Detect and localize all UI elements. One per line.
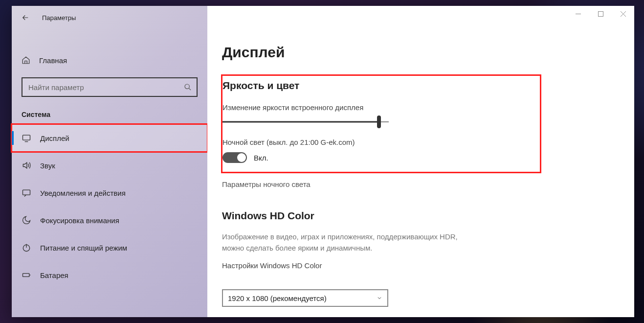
svg-point-0: [185, 84, 189, 89]
minimize-icon: [576, 11, 581, 17]
sidebar-item-label: Уведомления и действия: [40, 189, 126, 197]
hd-color-desc: Изображение в видео, играх и приложениях…: [222, 231, 476, 254]
svg-rect-1: [23, 135, 30, 140]
monitor-icon: [22, 133, 31, 143]
sidebar: Параметры Главная Система Дисплей: [12, 6, 207, 317]
sidebar-item-notifications[interactable]: Уведомления и действия: [12, 179, 207, 207]
sidebar-item-power[interactable]: Питание и спящий режим: [12, 234, 207, 261]
night-light-toggle[interactable]: [222, 152, 247, 163]
night-light-label: Ночной свет (выкл. до 21:00 G-ek.com): [222, 138, 531, 146]
nav-list: Дисплей Звук Уведомления и действия Фоку…: [12, 124, 207, 289]
sidebar-item-label: Дисплей: [40, 134, 69, 142]
sidebar-item-label: Звук: [40, 162, 55, 170]
brightness-label: Изменение яркости встроенного дисплея: [222, 103, 531, 112]
night-light-toggle-row: Вкл.: [222, 152, 531, 163]
category-label: Система: [22, 111, 198, 118]
sidebar-item-display[interactable]: Дисплей: [12, 124, 207, 152]
svg-rect-2: [23, 190, 30, 195]
toggle-state-label: Вкл.: [254, 154, 268, 162]
battery-icon: [22, 270, 31, 280]
sidebar-header: Параметры: [12, 6, 207, 29]
sidebar-item-focus[interactable]: Фокусировка внимания: [12, 207, 207, 234]
hd-color-settings-link[interactable]: Настройки Windows HD Color: [222, 261, 620, 270]
main-content: Дисплей Яркость и цвет Изменение яркости…: [207, 6, 634, 317]
toggle-knob: [237, 153, 246, 162]
back-button[interactable]: [21, 13, 30, 23]
maximize-icon: [598, 11, 603, 17]
hd-color-title: Windows HD Color: [222, 210, 620, 222]
slider-thumb[interactable]: [377, 115, 381, 128]
minimize-button[interactable]: [567, 6, 589, 22]
brightness-slider[interactable]: [222, 117, 389, 126]
night-light-settings-link[interactable]: Параметры ночного света: [222, 180, 620, 188]
speaker-icon: [22, 161, 31, 170]
svg-rect-4: [23, 274, 29, 277]
search-icon: [184, 83, 192, 91]
power-icon: [22, 243, 31, 253]
sidebar-item-label: Питание и спящий режим: [40, 244, 127, 252]
resolution-selected: 1920 x 1080 (рекомендуется): [228, 294, 327, 302]
brightness-section-title: Яркость и цвет: [222, 80, 531, 92]
sidebar-item-sound[interactable]: Звук: [12, 152, 207, 179]
window-title: Параметры: [42, 14, 76, 22]
settings-window: Параметры Главная Система Дисплей: [12, 6, 634, 317]
chevron-down-icon: [377, 295, 382, 301]
brightness-color-highlight: Яркость и цвет Изменение яркости встроен…: [221, 74, 541, 173]
home-nav[interactable]: Главная: [12, 50, 207, 70]
sidebar-item-label: Фокусировка внимания: [40, 216, 119, 225]
arrow-left-icon: [21, 13, 30, 22]
maximize-button[interactable]: [589, 6, 612, 22]
close-button[interactable]: [612, 6, 634, 22]
svg-rect-5: [598, 11, 603, 16]
sidebar-item-label: Батарея: [40, 271, 68, 279]
search-wrap: [22, 77, 198, 97]
moon-icon: [22, 215, 31, 225]
home-label: Главная: [39, 56, 67, 65]
chat-icon: [22, 188, 31, 198]
page-title: Дисплей: [222, 44, 620, 61]
slider-fill: [222, 121, 379, 123]
resolution-dropdown[interactable]: 1920 x 1080 (рекомендуется): [222, 289, 388, 307]
home-icon: [22, 56, 30, 65]
window-controls: [567, 6, 634, 22]
sidebar-item-battery[interactable]: Батарея: [12, 261, 207, 289]
close-icon: [621, 11, 626, 17]
search-input[interactable]: [22, 77, 198, 97]
